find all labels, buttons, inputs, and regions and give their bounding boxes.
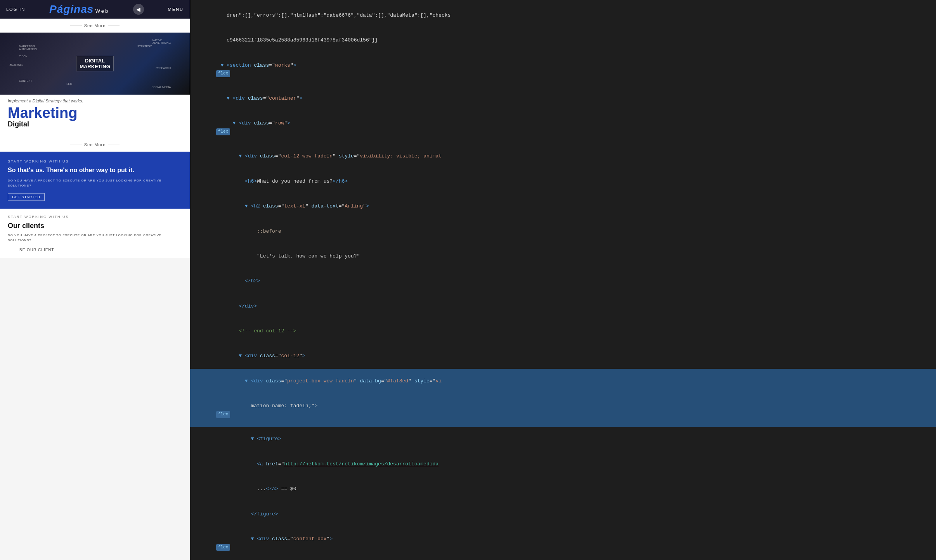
website-wrapper: LOG IN Páginas Web ◀ MENU See More DIGIT… (0, 0, 190, 258)
devtools-panel: dren":[],"errors":[],"htmlHash":"dabe667… (190, 0, 936, 560)
source-anchor-dollar[interactable]: ...</a> == $0 (190, 477, 936, 501)
cta-section: START WORKING WITH US So that's us. Ther… (0, 152, 190, 209)
source-before: ::before (190, 219, 936, 244)
source-line-2: c94663221f1835c5a2588a85963d16f43978af34… (190, 28, 936, 53)
menu-button[interactable]: MENU (168, 7, 184, 12)
logo-area: Páginas Web (49, 3, 109, 16)
see-more-bottom-label: See More (0, 142, 190, 147)
source-div-close-1: </div> (190, 294, 936, 319)
be-our-client-link[interactable]: BE OUR CLIENT (8, 248, 182, 252)
source-string: "Let's talk, how can we help you?" (190, 244, 936, 269)
cta-subtitle: DO YOU HAVE A PROJECT TO EXECUTE OR ARE … (8, 178, 182, 188)
devtools-source: dren":[],"errors":[],"htmlHash":"dabe667… (190, 0, 936, 560)
clients-section: START WORKING WITH US Our clients DO YOU… (0, 209, 190, 258)
clients-label: START WORKING WITH US (8, 215, 182, 219)
source-h2-close: </h2> (190, 269, 936, 294)
website-preview-panel: LOG IN Páginas Web ◀ MENU See More DIGIT… (0, 0, 190, 560)
marketing-subtitle: Digital (8, 120, 182, 128)
see-more-top[interactable]: See More (0, 23, 190, 28)
source-mation-name[interactable]: mation-name: fadeIn;"> flex (190, 394, 936, 427)
cta-label: START WORKING WITH US (8, 159, 182, 163)
source-content-box[interactable]: ▼ <div class="content-box"> flex (190, 527, 936, 560)
site-logo-sub: Web (95, 8, 109, 14)
source-project-box[interactable]: ▼ <div class="project-box wow fadeIn" da… (190, 369, 936, 394)
source-h2[interactable]: ▼ <h2 class="text-xl" data-text="Arling"… (190, 194, 936, 219)
marketing-text: Implement a Digital Strategy that works.… (0, 95, 190, 128)
clients-desc: DO YOU HAVE A PROJECT TO EXECUTE OR ARE … (8, 233, 182, 243)
back-button[interactable]: ◀ (133, 4, 144, 15)
source-comment-end-col12: <!-- end col-12 --> (190, 319, 936, 344)
site-logo: Páginas (49, 3, 94, 15)
source-div-col12-fadein[interactable]: ▼ <div class="col-12 wow fadeIn" style="… (190, 144, 936, 169)
source-figure-close: </figure> (190, 502, 936, 527)
get-started-button[interactable]: GET STARTED (8, 193, 45, 201)
marketing-section: DIGITALMARKETING MARKETINGAUTOMATION NAT… (0, 33, 190, 138)
source-figure[interactable]: ▼ <figure> (190, 427, 936, 452)
source-line-1: dren":[],"errors":[],"htmlHash":"dabe667… (190, 3, 936, 28)
clients-title: Our clients (8, 222, 182, 230)
marketing-image: DIGITALMARKETING MARKETINGAUTOMATION NAT… (0, 33, 190, 95)
marketing-labels: MARKETINGAUTOMATION NATIVEADVERTISING AN… (0, 33, 190, 95)
see-more-bottom[interactable]: See More (0, 142, 190, 147)
source-div-row[interactable]: ▼ <div class="row"> flex (190, 111, 936, 144)
source-div-container[interactable]: ▼ <div class="container"> (190, 86, 936, 111)
login-button[interactable]: LOG IN (6, 7, 25, 12)
cta-title: So that's us. There's no other way to pu… (8, 166, 182, 175)
marketing-title: Marketing (8, 105, 182, 120)
see-more-top-label: See More (0, 23, 190, 28)
site-nav: LOG IN Páginas Web ◀ MENU (0, 0, 190, 19)
marketing-tagline: Implement a Digital Strategy that works. (8, 99, 182, 103)
source-div-col12[interactable]: ▼ <div class="col-12"> (190, 344, 936, 369)
source-section-works[interactable]: ▼ <section class="works"> flex (190, 53, 936, 86)
source-h6[interactable]: <h6>What do you need from us?</h6> (190, 169, 936, 194)
source-anchor[interactable]: <a href="http://netkom.test/netikom/imag… (190, 452, 936, 477)
